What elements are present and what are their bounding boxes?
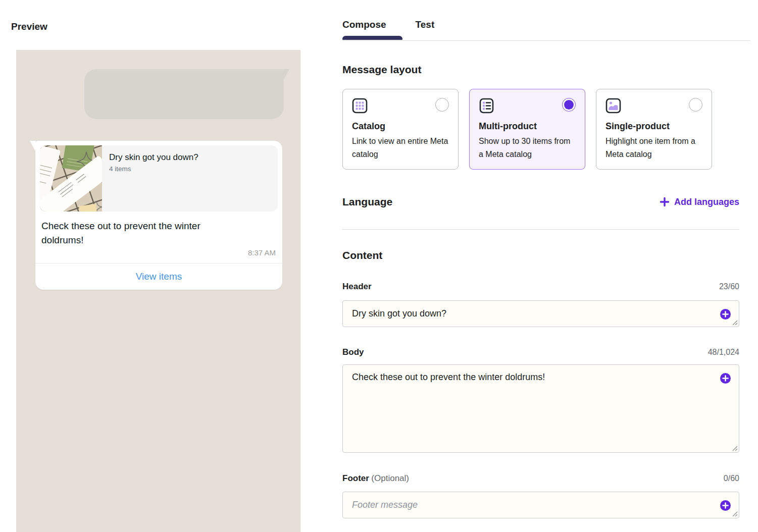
header-input-container	[342, 300, 739, 327]
image-icon	[605, 98, 621, 114]
add-variable-icon[interactable]	[720, 373, 731, 384]
content-heading: Content	[342, 249, 382, 261]
grid-icon	[352, 98, 368, 114]
footer-input[interactable]	[343, 492, 739, 518]
bubble-tail	[283, 69, 289, 80]
view-items-button[interactable]: View items	[35, 263, 282, 290]
header-input[interactable]	[343, 301, 739, 327]
message-layout-heading: Message layout	[342, 64, 421, 76]
body-char-counter: 48/1,024	[708, 348, 739, 357]
layout-option-catalog[interactable]: Catalog Link to view an entire Meta cata…	[342, 89, 459, 170]
resize-handle-icon[interactable]	[731, 445, 737, 451]
layout-option-multi-product[interactable]: Multi-product Show up to 30 items from a…	[469, 89, 585, 170]
language-heading: Language	[342, 196, 392, 208]
header-field-label: Header	[342, 282, 372, 292]
outgoing-message-placeholder-bubble	[84, 69, 284, 119]
layout-option-title: Single-product	[605, 121, 702, 132]
divider	[342, 40, 750, 41]
plus-icon	[660, 197, 670, 207]
add-languages-button[interactable]: Add languages	[660, 197, 739, 207]
message-items-count: 4 items	[109, 165, 278, 173]
add-variable-icon[interactable]	[720, 309, 731, 320]
message-header-text: Dry skin got you down?	[109, 152, 278, 163]
body-input-container: Check these out to prevent the winter do…	[342, 364, 739, 453]
composer-panel: Compose Test Message layout Catalog Link…	[342, 0, 739, 532]
layout-option-description: Show up to 30 items from a Meta catalog	[479, 135, 576, 161]
header-char-counter: 23/60	[719, 282, 739, 291]
list-icon	[479, 98, 494, 114]
template-message-bubble: Dry skin got you down? 4 items Check the…	[35, 141, 282, 290]
layout-option-single-product[interactable]: Single-product Highlight one item from a…	[596, 89, 712, 170]
layout-option-title: Multi-product	[479, 121, 576, 132]
layout-option-title: Catalog	[352, 121, 449, 132]
body-textarea[interactable]: Check these out to prevent the winter do…	[343, 365, 739, 452]
layout-option-description: Link to view an entire Meta catalog	[352, 135, 449, 161]
body-field-label: Body	[342, 347, 364, 357]
add-languages-label: Add languages	[674, 197, 739, 207]
radio-dot	[564, 100, 574, 110]
message-timestamp: 8:37 AM	[40, 248, 278, 257]
radio-multi-product[interactable]	[562, 98, 576, 112]
footer-char-counter: 0/60	[724, 474, 739, 483]
footer-field-label: Footer (Optional)	[342, 473, 409, 484]
footer-input-container	[342, 492, 739, 518]
chat-preview-area: Dry skin got you down? 4 items Check the…	[16, 50, 300, 532]
product-thumbnail-image	[40, 145, 102, 211]
message-body-text: Check these out to prevent the winter do…	[41, 219, 243, 247]
tab-test[interactable]: Test	[416, 19, 435, 30]
tab-compose[interactable]: Compose	[342, 19, 386, 30]
radio-catalog[interactable]	[435, 98, 449, 112]
preview-heading: Preview	[11, 21, 47, 32]
resize-handle-icon[interactable]	[731, 510, 737, 516]
radio-single-product[interactable]	[689, 98, 702, 112]
active-tab-indicator	[342, 36, 402, 40]
divider	[342, 229, 739, 230]
resize-handle-icon[interactable]	[731, 319, 737, 325]
layout-option-description: Highlight one item from a Meta catalog	[605, 135, 702, 161]
add-variable-icon[interactable]	[720, 500, 731, 511]
message-header-panel: Dry skin got you down? 4 items	[40, 145, 278, 211]
